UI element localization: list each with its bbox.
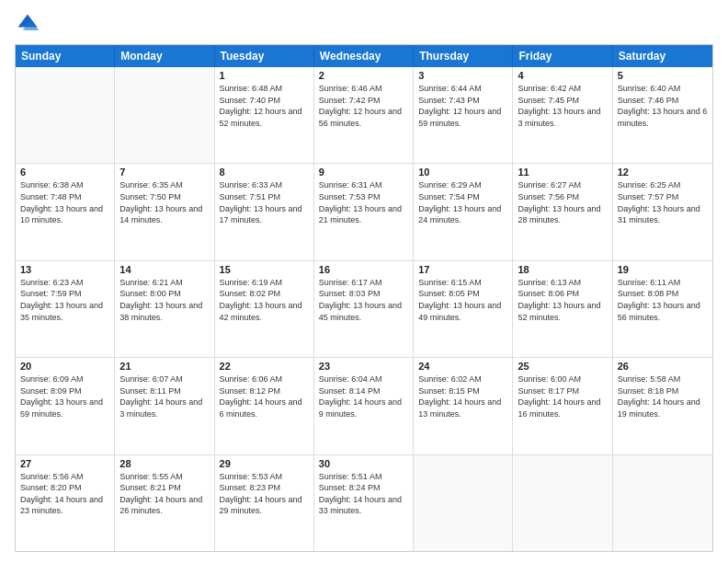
cal-header-cell: Friday [513, 45, 612, 67]
day-number: 13 [20, 264, 109, 275]
day-number: 5 [618, 70, 708, 81]
calendar-body: 1Sunrise: 6:48 AMSunset: 7:40 PMDaylight… [16, 67, 712, 551]
cell-info: Sunrise: 5:51 AMSunset: 8:24 PMDaylight:… [319, 471, 408, 517]
day-number: 14 [119, 264, 209, 275]
day-number: 16 [319, 264, 408, 275]
day-number: 12 [618, 167, 708, 178]
cal-cell-day: 3Sunrise: 6:44 AMSunset: 7:43 PMDaylight… [414, 67, 513, 163]
calendar-week-row: 13Sunrise: 6:23 AMSunset: 7:59 PMDayligh… [16, 261, 712, 358]
cal-cell-day: 14Sunrise: 6:21 AMSunset: 8:00 PMDayligh… [115, 261, 214, 357]
cell-info: Sunrise: 6:23 AMSunset: 7:59 PMDaylight:… [20, 277, 109, 323]
cal-cell-day: 12Sunrise: 6:25 AMSunset: 7:57 PMDayligh… [613, 164, 712, 259]
cell-info: Sunrise: 6:48 AMSunset: 7:40 PMDaylight:… [220, 83, 309, 129]
cal-cell-day: 27Sunrise: 5:56 AMSunset: 8:20 PMDayligh… [16, 455, 115, 551]
day-number: 19 [618, 264, 708, 275]
cal-cell-day: 24Sunrise: 6:02 AMSunset: 8:15 PMDayligh… [414, 358, 513, 454]
day-number: 15 [220, 264, 309, 275]
cal-cell-day: 26Sunrise: 5:58 AMSunset: 8:18 PMDayligh… [613, 358, 712, 454]
day-number: 20 [20, 361, 109, 372]
day-number: 4 [518, 70, 607, 81]
cal-cell-day: 11Sunrise: 6:27 AMSunset: 7:56 PMDayligh… [513, 164, 612, 259]
cal-cell-day: 17Sunrise: 6:15 AMSunset: 8:05 PMDayligh… [414, 261, 513, 357]
day-number: 3 [418, 70, 507, 81]
calendar-header-row: SundayMondayTuesdayWednesdayThursdayFrid… [16, 45, 712, 67]
cal-header-cell: Tuesday [215, 45, 314, 67]
logo-icon [15, 11, 40, 37]
cell-info: Sunrise: 6:02 AMSunset: 8:15 PMDaylight:… [418, 373, 507, 419]
calendar-week-row: 20Sunrise: 6:09 AMSunset: 8:09 PMDayligh… [16, 358, 712, 454]
day-number: 7 [119, 167, 209, 178]
cal-cell-day: 21Sunrise: 6:07 AMSunset: 8:11 PMDayligh… [115, 358, 214, 454]
cell-info: Sunrise: 6:21 AMSunset: 8:00 PMDaylight:… [119, 277, 209, 323]
cell-info: Sunrise: 6:42 AMSunset: 7:45 PMDaylight:… [518, 83, 607, 129]
cell-info: Sunrise: 5:53 AMSunset: 8:23 PMDaylight:… [220, 471, 309, 517]
cal-cell-day: 30Sunrise: 5:51 AMSunset: 8:24 PMDayligh… [314, 455, 414, 551]
cell-info: Sunrise: 6:00 AMSunset: 8:17 PMDaylight:… [518, 373, 607, 419]
calendar: SundayMondayTuesdayWednesdayThursdayFrid… [15, 44, 713, 552]
day-number: 25 [518, 361, 607, 372]
cal-header-cell: Saturday [613, 45, 712, 67]
cal-header-cell: Wednesday [314, 45, 414, 67]
cell-info: Sunrise: 6:38 AMSunset: 7:48 PMDaylight:… [20, 179, 109, 225]
calendar-week-row: 1Sunrise: 6:48 AMSunset: 7:40 PMDaylight… [16, 67, 712, 164]
cal-header-cell: Monday [115, 45, 214, 67]
day-number: 10 [418, 167, 507, 178]
cell-info: Sunrise: 6:31 AMSunset: 7:53 PMDaylight:… [319, 179, 408, 225]
day-number: 27 [20, 458, 109, 469]
cell-info: Sunrise: 6:25 AMSunset: 7:57 PMDaylight:… [618, 179, 708, 225]
cal-cell-empty [613, 455, 712, 551]
cell-info: Sunrise: 6:19 AMSunset: 8:02 PMDaylight:… [220, 277, 309, 323]
day-number: 2 [319, 70, 408, 81]
day-number: 8 [220, 167, 309, 178]
cal-cell-day: 25Sunrise: 6:00 AMSunset: 8:17 PMDayligh… [513, 358, 612, 454]
cell-info: Sunrise: 6:27 AMSunset: 7:56 PMDaylight:… [518, 179, 607, 225]
cell-info: Sunrise: 6:06 AMSunset: 8:12 PMDaylight:… [220, 373, 309, 419]
cal-header-cell: Thursday [414, 45, 513, 67]
day-number: 28 [119, 458, 209, 469]
day-number: 26 [618, 361, 708, 372]
cal-cell-day: 18Sunrise: 6:13 AMSunset: 8:06 PMDayligh… [513, 261, 612, 357]
header [15, 11, 713, 37]
cal-cell-empty [513, 455, 612, 551]
cell-info: Sunrise: 6:33 AMSunset: 7:51 PMDaylight:… [220, 179, 309, 225]
day-number: 21 [119, 361, 209, 372]
day-number: 9 [319, 167, 408, 178]
day-number: 24 [418, 361, 507, 372]
cal-cell-day: 13Sunrise: 6:23 AMSunset: 7:59 PMDayligh… [16, 261, 115, 357]
cal-cell-day: 19Sunrise: 6:11 AMSunset: 8:08 PMDayligh… [613, 261, 712, 357]
cal-cell-empty [115, 67, 214, 163]
cell-info: Sunrise: 6:09 AMSunset: 8:09 PMDaylight:… [20, 373, 109, 419]
cell-info: Sunrise: 6:15 AMSunset: 8:05 PMDaylight:… [418, 277, 507, 323]
cal-cell-day: 29Sunrise: 5:53 AMSunset: 8:23 PMDayligh… [215, 455, 314, 551]
cal-cell-empty [16, 67, 115, 163]
cal-cell-day: 10Sunrise: 6:29 AMSunset: 7:54 PMDayligh… [414, 164, 513, 259]
day-number: 30 [319, 458, 408, 469]
cal-cell-day: 9Sunrise: 6:31 AMSunset: 7:53 PMDaylight… [314, 164, 414, 259]
page: SundayMondayTuesdayWednesdayThursdayFrid… [0, 0, 728, 563]
day-number: 6 [20, 167, 109, 178]
day-number: 1 [220, 70, 309, 81]
cal-cell-day: 28Sunrise: 5:55 AMSunset: 8:21 PMDayligh… [115, 455, 214, 551]
logo [15, 11, 44, 37]
cell-info: Sunrise: 5:58 AMSunset: 8:18 PMDaylight:… [618, 373, 708, 419]
calendar-week-row: 6Sunrise: 6:38 AMSunset: 7:48 PMDaylight… [16, 164, 712, 260]
day-number: 29 [220, 458, 309, 469]
cal-cell-day: 5Sunrise: 6:40 AMSunset: 7:46 PMDaylight… [613, 67, 712, 163]
cal-cell-day: 16Sunrise: 6:17 AMSunset: 8:03 PMDayligh… [314, 261, 414, 357]
day-number: 18 [518, 264, 607, 275]
cal-cell-day: 8Sunrise: 6:33 AMSunset: 7:51 PMDaylight… [215, 164, 314, 259]
cal-cell-day: 15Sunrise: 6:19 AMSunset: 8:02 PMDayligh… [215, 261, 314, 357]
cell-info: Sunrise: 6:46 AMSunset: 7:42 PMDaylight:… [319, 83, 408, 129]
day-number: 11 [518, 167, 607, 178]
cal-cell-day: 20Sunrise: 6:09 AMSunset: 8:09 PMDayligh… [16, 358, 115, 454]
day-number: 17 [418, 264, 507, 275]
cell-info: Sunrise: 6:11 AMSunset: 8:08 PMDaylight:… [618, 277, 708, 323]
day-number: 23 [319, 361, 408, 372]
cell-info: Sunrise: 6:13 AMSunset: 8:06 PMDaylight:… [518, 277, 607, 323]
day-number: 22 [220, 361, 309, 372]
cell-info: Sunrise: 5:56 AMSunset: 8:20 PMDaylight:… [20, 471, 109, 517]
cal-cell-day: 7Sunrise: 6:35 AMSunset: 7:50 PMDaylight… [115, 164, 214, 259]
cell-info: Sunrise: 6:35 AMSunset: 7:50 PMDaylight:… [119, 179, 209, 225]
calendar-week-row: 27Sunrise: 5:56 AMSunset: 8:20 PMDayligh… [16, 455, 712, 551]
cal-cell-day: 4Sunrise: 6:42 AMSunset: 7:45 PMDaylight… [513, 67, 612, 163]
